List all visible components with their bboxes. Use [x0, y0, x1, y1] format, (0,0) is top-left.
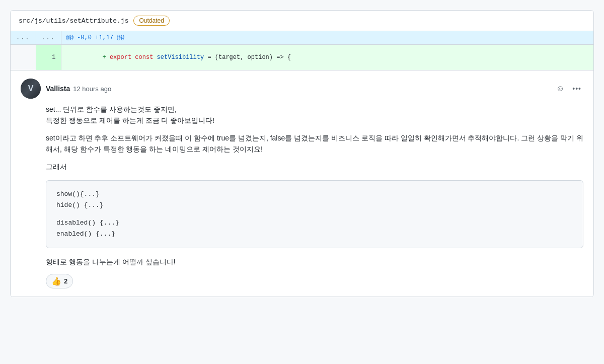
thumbsup-emoji: 👍 — [51, 276, 61, 286]
code-line-1: show(){...} — [56, 189, 573, 200]
comment-author-name[interactable]: Vallista — [46, 85, 70, 93]
comment-time: 12 hours ago — [73, 85, 111, 93]
diff-table: ... ... @@ -0,0 +1,17 @@ 1 + export cons… — [11, 31, 593, 70]
diff-plus-sign: + — [103, 54, 110, 61]
avatar: V — [21, 79, 41, 99]
avatar-letter: V — [28, 84, 34, 93]
reaction-count: 2 — [64, 277, 67, 285]
diff-hunk-row: ... ... @@ -0,0 +1,17 @@ — [11, 31, 593, 45]
comment-line-1a: set... 단위로 함수를 사용하는것도 좋지만, — [46, 105, 177, 113]
comment-author-info: V Vallista 12 hours ago — [21, 79, 111, 99]
more-options-button[interactable]: ••• — [570, 83, 583, 95]
diff-dots-left: ... — [11, 31, 36, 45]
comment-actions: ☺ ••• — [554, 82, 583, 95]
diff-function-name: setVisibility — [157, 54, 204, 61]
comment-section: V Vallista 12 hours ago ☺ ••• set... 단위 — [11, 70, 593, 297]
file-header: src/js/utils/setAttribute.js Outdated — [11, 11, 593, 31]
diff-keyword-const: const — [135, 54, 153, 61]
comment-paragraph-2: set이라고 하면 추후 소프트웨어가 커졌을때 이 함수에 true를 넘겼는… — [46, 132, 583, 155]
code-blank-line — [56, 211, 573, 217]
diff-dots-right: ... — [36, 31, 61, 45]
reactions-bar: 👍 2 — [46, 274, 583, 288]
diff-line-num-old — [11, 45, 36, 70]
comment-line-1b: 특정한 행동으로 제어를 하는게 조금 더 좋아보입니다! — [46, 116, 214, 124]
comment-meta: Vallista 12 hours ago — [46, 85, 111, 93]
file-path: src/js/utils/setAttribute.js — [19, 17, 128, 25]
code-line-3: disabled() {...} — [56, 217, 573, 229]
code-block: show(){...} hide() {...} disabled() {...… — [46, 180, 583, 248]
comment-paragraph-4: 형태로 행동을 나누는게 어떨까 싶습니다! — [46, 256, 583, 267]
comment-paragraph-1: set... 단위로 함수를 사용하는것도 좋지만, 특정한 행동으로 제어를 … — [46, 104, 583, 126]
emoji-icon: ☺ — [556, 84, 564, 93]
diff-keyword-export: export — [110, 54, 131, 61]
diff-hunk-header: @@ -0,0 +1,17 @@ — [61, 31, 593, 45]
diff-added-row: 1 + export const setVisibility = (target… — [11, 45, 593, 70]
diff-line-num-new: 1 — [36, 45, 61, 70]
thumbsup-reaction-button[interactable]: 👍 2 — [46, 274, 73, 288]
comment-body: set... 단위로 함수를 사용하는것도 좋지만, 특정한 행동으로 제어를 … — [46, 104, 583, 268]
comment-header: V Vallista 12 hours ago ☺ ••• — [21, 79, 583, 99]
review-container: src/js/utils/setAttribute.js Outdated ..… — [10, 10, 594, 297]
code-line-4: enabled() {...} — [56, 229, 573, 240]
comment-paragraph-3: 그래서 — [46, 161, 583, 172]
emoji-reaction-button[interactable]: ☺ — [554, 82, 566, 95]
more-options-icon: ••• — [572, 85, 581, 93]
code-line-2: hide() {...} — [56, 200, 573, 211]
avatar-inner: V — [21, 79, 41, 99]
outdated-badge: Outdated — [133, 16, 169, 26]
diff-added-content: + export const setVisibility = (target, … — [61, 45, 593, 70]
